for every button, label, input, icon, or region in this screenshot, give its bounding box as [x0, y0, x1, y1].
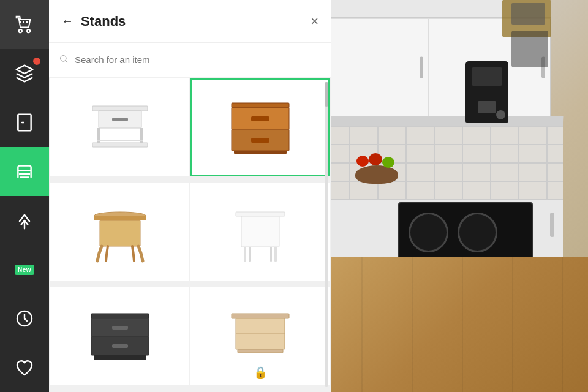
- fruit-bowl: [355, 165, 398, 184]
- svg-rect-18: [94, 216, 146, 221]
- list-item[interactable]: 🔒: [190, 287, 330, 385]
- coffee-machine-body: [478, 101, 496, 113]
- list-item[interactable]: [190, 78, 330, 176]
- item-2-image: [224, 91, 297, 164]
- dark-nightstand-svg: [86, 303, 154, 370]
- svg-rect-7: [92, 143, 148, 147]
- cabinet-handle-2: [420, 57, 423, 78]
- svg-rect-35: [238, 349, 283, 353]
- item-6-image: [224, 300, 297, 373]
- item-panel: ← Stands ×: [49, 0, 331, 392]
- counter-handle: [550, 213, 554, 237]
- panel-title-row: ← Stands: [61, 13, 126, 29]
- search-bar: [49, 43, 331, 77]
- panel-header: ← Stands ×: [49, 0, 331, 43]
- close-button[interactable]: ×: [311, 15, 318, 28]
- light-wood-table-svg: [86, 198, 154, 266]
- sidebar-item-cart[interactable]: [0, 0, 49, 49]
- svg-rect-20: [236, 212, 285, 216]
- svg-rect-21: [241, 216, 279, 247]
- cube-icon: [15, 64, 34, 83]
- svg-rect-11: [232, 103, 289, 108]
- sidebar-item-door[interactable]: [0, 98, 49, 147]
- svg-rect-10: [97, 140, 143, 141]
- list-item[interactable]: [50, 183, 189, 281]
- sidebar-item-3d[interactable]: [0, 49, 49, 98]
- svg-rect-32: [232, 314, 289, 318]
- items-grid: 🔒: [49, 77, 331, 392]
- item-4-image: [224, 195, 297, 269]
- new-label: New: [15, 265, 34, 275]
- metal-nightstand-svg: [86, 94, 154, 161]
- sidebar-item-history[interactable]: [0, 294, 49, 343]
- back-button[interactable]: ←: [61, 14, 74, 28]
- sidebar-item-nature[interactable]: [0, 196, 49, 245]
- item-3-image: [83, 195, 157, 269]
- coffee-machine-knob: [496, 110, 505, 119]
- lock-icon: 🔒: [254, 366, 267, 379]
- apple-green: [382, 157, 394, 168]
- svg-rect-28: [112, 326, 128, 330]
- burner-2: [458, 213, 497, 252]
- clock-icon: [15, 309, 34, 328]
- item-1-image: [83, 91, 157, 164]
- search-icon: [59, 54, 69, 66]
- chair-icon: [15, 162, 34, 181]
- apple-dark-red: [369, 153, 382, 165]
- tree-icon: [15, 211, 34, 230]
- scrollbar-thumb[interactable]: [325, 82, 328, 107]
- chair-top: [511, 31, 548, 67]
- coffee-machine: [466, 61, 508, 123]
- door-icon: [15, 113, 34, 132]
- panel-title: Stands: [81, 13, 126, 29]
- item-5-image: [83, 300, 157, 373]
- sidebar-item-furniture[interactable]: [0, 147, 49, 196]
- svg-rect-22: [244, 247, 246, 262]
- scrollbar-track[interactable]: [325, 82, 328, 387]
- laptop: [511, 3, 545, 24]
- burner-1: [409, 213, 448, 252]
- svg-rect-26: [91, 314, 149, 318]
- oak-stand-svg: [227, 303, 294, 370]
- cart-icon: [15, 15, 34, 34]
- search-input[interactable]: [75, 55, 321, 65]
- svg-rect-15: [251, 138, 270, 143]
- sidebar: New: [0, 0, 49, 392]
- svg-rect-6: [112, 118, 128, 121]
- svg-rect-25: [270, 247, 272, 262]
- backsplash: [294, 126, 564, 199]
- floor: [312, 257, 588, 392]
- sidebar-item-new[interactable]: New: [0, 245, 49, 294]
- svg-rect-16: [234, 151, 287, 154]
- svg-rect-31: [94, 355, 146, 360]
- svg-rect-24: [249, 247, 251, 262]
- notification-badge: [33, 58, 40, 65]
- tile-pattern: [294, 126, 564, 199]
- white-table-svg: [227, 198, 294, 266]
- svg-rect-4: [92, 106, 148, 111]
- brown-dresser-svg: [227, 94, 294, 161]
- svg-rect-23: [274, 247, 277, 262]
- sidebar-item-favorites[interactable]: [0, 343, 49, 392]
- svg-rect-30: [112, 344, 128, 348]
- list-item[interactable]: [190, 183, 330, 281]
- svg-rect-19: [100, 221, 140, 246]
- svg-rect-13: [251, 116, 270, 121]
- floor-planks: [312, 257, 588, 392]
- apple-red: [356, 156, 369, 167]
- list-item[interactable]: [50, 287, 189, 385]
- coffee-machine-top: [472, 67, 502, 86]
- heart-icon: [15, 358, 34, 377]
- list-item[interactable]: [50, 78, 189, 176]
